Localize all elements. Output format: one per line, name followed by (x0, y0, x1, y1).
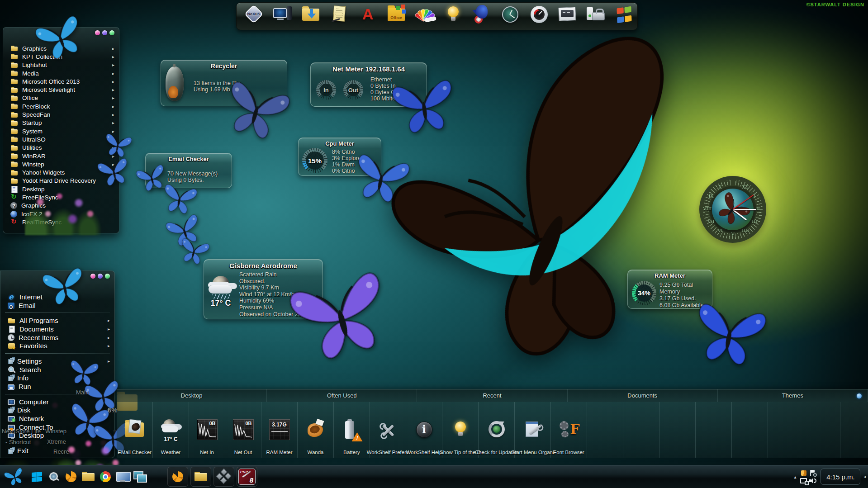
shelf-item-show-tip[interactable]: Show Tip of the D (442, 402, 479, 458)
submenu-arrow-icon (108, 327, 110, 332)
pinned-psp-tile[interactable]: PSP8 (237, 467, 257, 487)
menu-item[interactable]: Office (3, 94, 119, 102)
help-icon (10, 202, 17, 209)
shelf-item-email-checker[interactable]: EMail Checker (117, 402, 153, 458)
pinned-nexus-tile[interactable] (167, 467, 188, 487)
folder-icon (10, 78, 18, 85)
submenu-arrow-icon (112, 87, 114, 92)
taskbar-chrome-button[interactable] (97, 468, 114, 486)
start-item-documents[interactable]: Documents (0, 325, 114, 333)
network-tray-icon[interactable] (800, 478, 807, 484)
shelf-tab-themes[interactable]: Themes (718, 389, 868, 402)
internet-explorer-icon (8, 293, 15, 300)
dock-item-bulb[interactable] (441, 5, 466, 28)
shelf-item-wanda[interactable]: Wanda (298, 402, 334, 458)
menu-item[interactable]: Startup (3, 119, 119, 127)
shelf-item-net-out[interactable]: 0B Net Out (225, 402, 261, 458)
dock-item-print[interactable] (555, 5, 580, 28)
folder-icon (8, 317, 15, 324)
taskbar-explorer-button[interactable] (80, 468, 97, 486)
window-button-close[interactable] (90, 274, 95, 279)
shelf-item-weather[interactable]: 17° C Weather (153, 402, 189, 458)
start-item-all-programs[interactable]: All Programs (0, 316, 114, 325)
menu-item[interactable]: RealTimeSync (3, 218, 119, 226)
window-button-roll[interactable] (98, 274, 103, 279)
menu-item[interactable]: SpeedFan (3, 110, 119, 118)
menu-item[interactable]: Media (3, 69, 119, 77)
action-center-flag-icon[interactable] (810, 470, 816, 476)
dock-item-windows[interactable] (612, 5, 637, 28)
menu-item[interactable]: Microsoft Silverlight (3, 85, 119, 94)
window-button-menu[interactable] (105, 274, 110, 279)
taskbar-display-button[interactable] (114, 468, 131, 486)
dock-item-desktop-pc[interactable] (270, 5, 295, 28)
favorites-icon (8, 342, 15, 350)
cube-tray-icon[interactable] (801, 470, 806, 476)
update-globe-icon (485, 419, 508, 442)
taskbar-windows-button[interactable] (28, 468, 45, 486)
dock-item-color-swatches[interactable] (412, 5, 437, 28)
start-button[interactable] (0, 465, 28, 488)
folder-icon (10, 161, 18, 168)
shelf-item-workshelf-help[interactable]: WorkShelf Help (406, 402, 442, 458)
shelf-tab-recent[interactable]: Recent (417, 389, 567, 402)
info-icon (8, 376, 13, 381)
taskbar-nexus-button[interactable] (62, 468, 80, 486)
menu-item[interactable]: IcoFX 2 (3, 210, 119, 218)
dock-item-notes[interactable] (327, 5, 352, 28)
desktop-icon-label[interactable]: Winstep (45, 428, 66, 435)
window-button-close[interactable] (95, 30, 100, 35)
submenu-arrow-icon (112, 95, 114, 100)
workshelf: Desktop Often Used Recent Documents Them… (117, 389, 868, 458)
taskbar-virtual-desktops-button[interactable] (131, 468, 148, 486)
shelf-item-workshelf-preferences[interactable]: WorkShelf Prefere (370, 402, 406, 458)
dock-item-toolbox[interactable] (583, 5, 608, 28)
computer-icon (8, 399, 15, 405)
start-item-favorites[interactable]: Favorites (0, 341, 114, 350)
menu-item[interactable]: UltraISO (3, 135, 119, 143)
shelf-tab-often-used[interactable]: Often Used (267, 389, 417, 402)
shelf-item-start-menu-organizer[interactable]: Start Menu Organi (515, 402, 551, 458)
dock-item-acrobat[interactable]: A (355, 5, 380, 28)
clock-icon (500, 5, 520, 24)
dock-item-sonic[interactable] (469, 5, 494, 28)
start-item-recent[interactable]: Recent Items (0, 333, 114, 342)
folder-icon (194, 472, 207, 482)
desktop-icon-label[interactable]: Xtreme (47, 438, 66, 445)
scroll-edge-arrow-icon[interactable] (863, 474, 866, 479)
taskbar-clock[interactable]: 4:15 p.m. (821, 469, 860, 485)
dock-item-nexus[interactable]: NeXuS (241, 5, 266, 28)
paint-shop-pro-icon: PSP8 (238, 469, 256, 485)
menu-item[interactable]: FreeFileSync (3, 193, 119, 201)
submenu-arrow-icon (112, 71, 114, 76)
dock-item-gauge[interactable] (526, 5, 551, 28)
pinned-folder-tile[interactable] (190, 467, 211, 487)
desktop-icon-label[interactable]: NexuStore Lite (2, 428, 41, 435)
menu-item[interactable]: Microsoft Office 2013 (3, 77, 119, 85)
volume-tray-icon[interactable] (809, 478, 816, 484)
show-hidden-icons-button[interactable] (794, 474, 796, 479)
shelf-item-font-browser[interactable]: F Font Browser (551, 402, 587, 458)
taskbar-search-button[interactable] (45, 468, 62, 486)
desktop-icon-label[interactable]: - Shortcut (5, 439, 31, 445)
menu-item[interactable]: PeerBlock (3, 102, 119, 110)
shelf-tab-desktop[interactable]: Desktop (117, 389, 267, 402)
window-button-menu[interactable] (109, 30, 114, 35)
dock-item-world-clock[interactable] (498, 5, 523, 28)
menu-item[interactable]: System (3, 127, 119, 135)
menu-item[interactable]: Graphics (3, 202, 119, 210)
dock-item-office[interactable]: Office (384, 5, 409, 28)
dock-item-downloads[interactable] (298, 5, 323, 28)
window-button-roll[interactable] (102, 30, 107, 35)
folder-icon (10, 169, 18, 176)
shelf-item-battery[interactable]: Battery (334, 402, 370, 458)
shelf-settings-orb[interactable] (857, 393, 862, 398)
font-gears-icon: F (557, 419, 581, 442)
shelf-item-net-in[interactable]: 0B Net In (189, 402, 225, 458)
shelf-tab-documents[interactable]: Documents (568, 389, 718, 402)
sync-icon (10, 218, 18, 226)
shelf-item-check-updates[interactable]: Check for Updates (479, 402, 515, 458)
shelf-item-ram-meter[interactable]: 3.17G RAM Meter (261, 402, 298, 458)
pinned-tiles-tile[interactable] (213, 467, 234, 487)
desktop-icon-label[interactable]: Recre (53, 448, 69, 455)
